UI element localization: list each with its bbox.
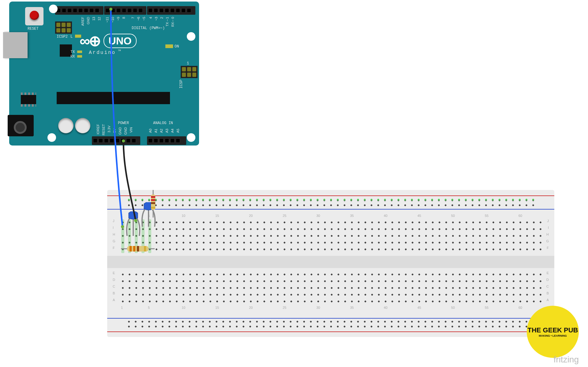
row-e: E	[113, 271, 115, 275]
col-60b: 60	[518, 306, 522, 309]
header-digital-1	[55, 6, 104, 15]
pin-tx1: TX→1	[165, 17, 169, 26]
col-10: 10	[182, 214, 185, 218]
col-10b: 10	[182, 306, 185, 309]
col-30b: 30	[316, 306, 320, 309]
arduino-logo: ∞⊕ UNO	[80, 32, 137, 49]
header-analog	[147, 136, 186, 145]
arduino-tm: TM	[118, 49, 121, 52]
geekpub-tagline: MAKING • LEARNING	[539, 334, 567, 337]
icsp-header	[181, 66, 198, 78]
rx-led	[77, 55, 82, 58]
svg-rect-4	[151, 202, 155, 204]
pin-reset: RESET	[102, 124, 105, 135]
col-1b: 1	[121, 306, 123, 309]
svg-rect-10	[133, 246, 135, 252]
pin-rx0: RX←0	[171, 17, 175, 27]
pin-gnd1: GND	[118, 127, 122, 134]
pin-a1: A1	[154, 129, 158, 133]
pin-2: 2	[160, 17, 164, 19]
pin-gnd2: GND	[124, 127, 127, 134]
col-20b: 20	[249, 306, 253, 309]
mounting-hole	[49, 5, 58, 13]
row-d: D	[113, 278, 115, 282]
col-55: 55	[485, 214, 488, 218]
icsp2-header	[55, 21, 72, 34]
col-40: 40	[384, 214, 387, 218]
pin-5v: 5V	[113, 129, 116, 133]
col-35: 35	[350, 214, 354, 218]
row-b: B	[113, 291, 115, 295]
col-55b: 55	[485, 306, 488, 309]
col-1: 1	[121, 214, 123, 218]
analog-label: ANALOG IN	[153, 121, 173, 125]
col-35b: 35	[350, 306, 354, 309]
pin-a5: A5	[176, 129, 180, 133]
reset-button	[25, 7, 43, 25]
row-e-r: E	[547, 271, 549, 275]
row-a-r: A	[547, 298, 549, 302]
icsp-1: 1	[187, 61, 189, 66]
uno-text: UNO	[104, 34, 137, 48]
row-c-r: C	[546, 285, 549, 288]
pin-a2: A2	[160, 129, 163, 133]
usb-jack	[3, 32, 28, 58]
pin-5: ~5	[142, 17, 146, 21]
col-30: 30	[316, 214, 320, 218]
pin-a3: A3	[165, 129, 169, 133]
pin-a0: A0	[149, 129, 152, 133]
power-rail-bot-holes	[126, 319, 536, 329]
col-45: 45	[417, 214, 421, 218]
col-50: 50	[451, 214, 455, 218]
pin-7: 7	[131, 17, 135, 19]
pin-10: ~10	[111, 17, 115, 23]
col-40b: 40	[384, 306, 387, 309]
rx-label: RX	[70, 55, 75, 59]
tx-led	[77, 51, 82, 53]
svg-rect-9	[130, 246, 132, 252]
row-i: I	[113, 226, 114, 229]
pin-13: 13	[92, 17, 96, 21]
power-rail-green	[126, 197, 536, 201]
col-20: 20	[249, 214, 253, 218]
arduino-uno-board: RESET AREF GND 13 12 ~11 ~10 ~9 8 7 ~6 ~…	[9, 2, 199, 146]
pin-a4: A4	[171, 129, 174, 133]
row-g-r: G	[546, 239, 549, 243]
col-25b: 25	[283, 306, 286, 309]
row-j: J	[113, 219, 115, 223]
pin-12: 12	[97, 17, 101, 21]
pin-3v3: 3.3V	[107, 126, 111, 133]
col-25: 25	[283, 214, 286, 218]
reset-label: RESET	[28, 27, 39, 31]
tie-points-bot	[119, 271, 542, 305]
pin-aref: AREF	[81, 17, 85, 26]
mounting-hole	[187, 32, 195, 41]
tx-label: TX	[70, 50, 75, 54]
col-50b: 50	[451, 306, 455, 309]
svg-rect-11	[137, 246, 139, 252]
row-c: C	[113, 285, 115, 288]
row-b-r: B	[547, 291, 549, 295]
digital-label: DIGITAL (PWM=~)	[132, 26, 165, 30]
col-15: 15	[215, 214, 219, 218]
on-led	[165, 44, 173, 48]
voltage-regulator	[21, 95, 36, 104]
breadboard: J I H G F E D C B A J I H G F E D C B A …	[107, 190, 554, 337]
center-channel	[107, 256, 554, 268]
col-5b: 5	[148, 306, 150, 309]
header-digital-3	[147, 6, 195, 15]
pin-11: ~11	[105, 17, 109, 23]
pin-3: ~3	[154, 17, 158, 21]
power-jack	[8, 115, 34, 136]
row-g: G	[113, 239, 115, 243]
fritzing-watermark: fritzing	[554, 355, 579, 365]
tie-points-top	[119, 219, 542, 253]
mounting-hole	[47, 133, 56, 142]
icsp-label: ICSP	[179, 80, 183, 89]
col-60: 60	[518, 214, 522, 218]
svg-rect-3	[151, 199, 155, 201]
resistor-vertical	[150, 190, 156, 218]
row-f-r: F	[547, 246, 549, 250]
row-i-r: I	[548, 226, 549, 229]
col-15b: 15	[215, 306, 219, 309]
